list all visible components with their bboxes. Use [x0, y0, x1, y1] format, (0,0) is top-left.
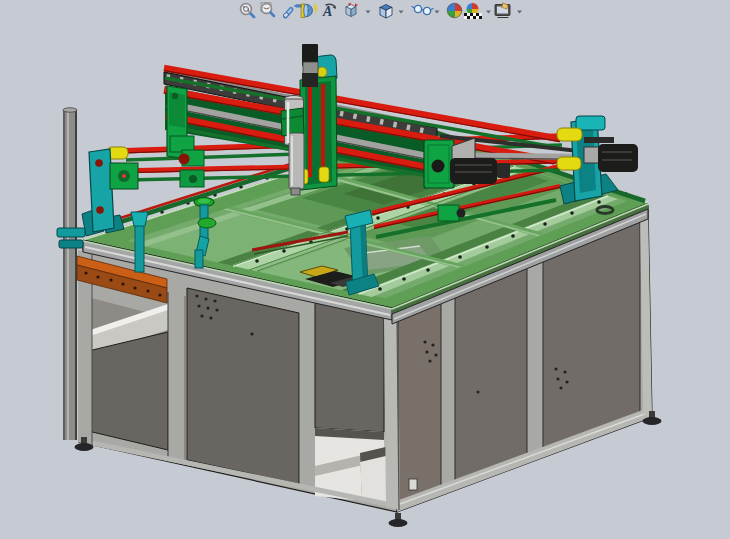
svg-text:A: A [322, 4, 332, 19]
